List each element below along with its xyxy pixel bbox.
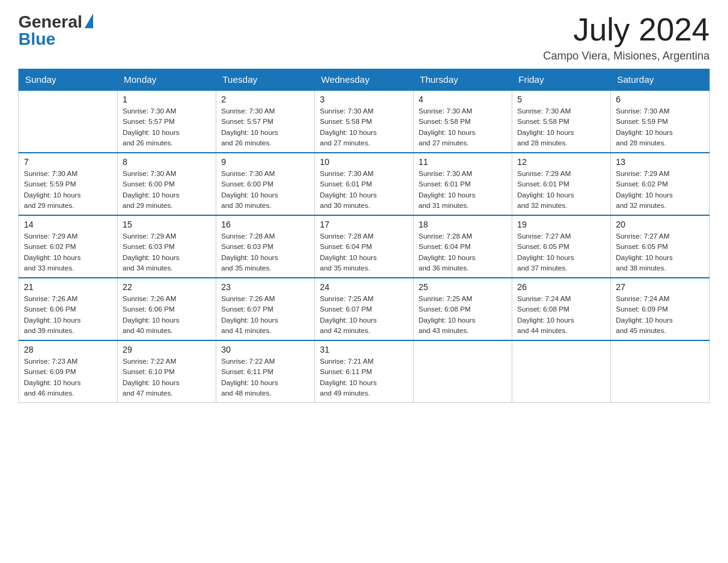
day-number: 8 xyxy=(123,157,211,167)
calendar-week-row: 21Sunrise: 7:26 AMSunset: 6:06 PMDayligh… xyxy=(19,278,710,340)
day-number: 28 xyxy=(24,345,112,354)
day-info: Sunrise: 7:30 AMSunset: 5:58 PMDaylight:… xyxy=(419,106,507,148)
calendar-cell: 23Sunrise: 7:26 AMSunset: 6:07 PMDayligh… xyxy=(216,278,315,340)
calendar-cell: 27Sunrise: 7:24 AMSunset: 6:09 PMDayligh… xyxy=(611,278,710,340)
calendar-cell: 7Sunrise: 7:30 AMSunset: 5:59 PMDaylight… xyxy=(19,153,118,215)
day-info: Sunrise: 7:30 AMSunset: 6:00 PMDaylight:… xyxy=(221,169,309,211)
day-number: 20 xyxy=(616,220,704,229)
logo-blue-text: Blue xyxy=(18,29,56,49)
day-info: Sunrise: 7:25 AMSunset: 6:08 PMDaylight:… xyxy=(419,294,507,336)
day-number: 4 xyxy=(419,94,507,104)
calendar-header-monday: Monday xyxy=(118,69,216,91)
day-number: 25 xyxy=(419,282,507,292)
calendar-cell: 22Sunrise: 7:26 AMSunset: 6:06 PMDayligh… xyxy=(118,278,216,340)
day-info: Sunrise: 7:30 AMSunset: 6:01 PMDaylight:… xyxy=(419,169,507,211)
calendar-cell: 21Sunrise: 7:26 AMSunset: 6:06 PMDayligh… xyxy=(19,278,118,340)
day-number: 24 xyxy=(320,282,408,292)
calendar-cell: 29Sunrise: 7:22 AMSunset: 6:10 PMDayligh… xyxy=(118,340,216,403)
day-number: 27 xyxy=(616,282,704,292)
calendar-cell: 10Sunrise: 7:30 AMSunset: 6:01 PMDayligh… xyxy=(315,153,414,215)
day-info: Sunrise: 7:28 AMSunset: 6:03 PMDaylight:… xyxy=(221,231,309,274)
page-header: General Blue July 2024 Campo Viera, Misi… xyxy=(18,12,710,63)
day-number: 19 xyxy=(517,220,605,229)
day-number: 6 xyxy=(616,94,704,104)
calendar-table: SundayMondayTuesdayWednesdayThursdayFrid… xyxy=(18,69,710,403)
day-number: 29 xyxy=(123,345,211,354)
calendar-cell xyxy=(512,340,611,403)
day-info: Sunrise: 7:26 AMSunset: 6:06 PMDaylight:… xyxy=(24,294,112,336)
calendar-cell: 16Sunrise: 7:28 AMSunset: 6:03 PMDayligh… xyxy=(216,215,315,278)
day-number: 3 xyxy=(320,94,408,104)
day-info: Sunrise: 7:30 AMSunset: 6:01 PMDaylight:… xyxy=(320,169,408,211)
day-number: 22 xyxy=(123,282,211,292)
calendar-header-tuesday: Tuesday xyxy=(216,69,315,91)
calendar-header-wednesday: Wednesday xyxy=(315,69,414,91)
day-info: Sunrise: 7:24 AMSunset: 6:08 PMDaylight:… xyxy=(517,294,605,336)
day-info: Sunrise: 7:30 AMSunset: 6:00 PMDaylight:… xyxy=(123,169,211,211)
day-number: 31 xyxy=(320,345,408,354)
day-number: 5 xyxy=(517,94,605,104)
month-year-title: July 2024 xyxy=(543,12,710,47)
day-info: Sunrise: 7:30 AMSunset: 5:59 PMDaylight:… xyxy=(24,169,112,211)
calendar-cell: 12Sunrise: 7:29 AMSunset: 6:01 PMDayligh… xyxy=(512,153,611,215)
day-number: 26 xyxy=(517,282,605,292)
day-info: Sunrise: 7:28 AMSunset: 6:04 PMDaylight:… xyxy=(419,231,507,274)
day-info: Sunrise: 7:23 AMSunset: 6:09 PMDaylight:… xyxy=(24,356,112,399)
day-info: Sunrise: 7:30 AMSunset: 5:57 PMDaylight:… xyxy=(221,106,309,148)
day-info: Sunrise: 7:30 AMSunset: 5:57 PMDaylight:… xyxy=(123,106,211,148)
day-number: 1 xyxy=(123,94,211,104)
day-info: Sunrise: 7:29 AMSunset: 6:02 PMDaylight:… xyxy=(616,169,704,211)
calendar-cell: 9Sunrise: 7:30 AMSunset: 6:00 PMDaylight… xyxy=(216,153,315,215)
day-number: 7 xyxy=(24,157,112,167)
day-number: 23 xyxy=(221,282,309,292)
day-info: Sunrise: 7:30 AMSunset: 5:58 PMDaylight:… xyxy=(517,106,605,148)
day-info: Sunrise: 7:22 AMSunset: 6:11 PMDaylight:… xyxy=(221,356,309,399)
day-info: Sunrise: 7:21 AMSunset: 6:11 PMDaylight:… xyxy=(320,356,408,399)
calendar-cell: 26Sunrise: 7:24 AMSunset: 6:08 PMDayligh… xyxy=(512,278,611,340)
day-info: Sunrise: 7:26 AMSunset: 6:06 PMDaylight:… xyxy=(123,294,211,336)
calendar-header-sunday: Sunday xyxy=(19,69,118,91)
day-number: 15 xyxy=(123,220,211,229)
calendar-cell: 11Sunrise: 7:30 AMSunset: 6:01 PMDayligh… xyxy=(414,153,512,215)
calendar-cell: 13Sunrise: 7:29 AMSunset: 6:02 PMDayligh… xyxy=(611,153,710,215)
day-info: Sunrise: 7:29 AMSunset: 6:03 PMDaylight:… xyxy=(123,231,211,274)
calendar-cell: 25Sunrise: 7:25 AMSunset: 6:08 PMDayligh… xyxy=(414,278,512,340)
day-info: Sunrise: 7:25 AMSunset: 6:07 PMDaylight:… xyxy=(320,294,408,336)
calendar-header-row: SundayMondayTuesdayWednesdayThursdayFrid… xyxy=(19,69,710,91)
calendar-cell: 3Sunrise: 7:30 AMSunset: 5:58 PMDaylight… xyxy=(315,90,414,153)
calendar-cell: 1Sunrise: 7:30 AMSunset: 5:57 PMDaylight… xyxy=(118,90,216,153)
calendar-cell: 17Sunrise: 7:28 AMSunset: 6:04 PMDayligh… xyxy=(315,215,414,278)
day-number: 14 xyxy=(24,220,112,229)
day-info: Sunrise: 7:29 AMSunset: 6:02 PMDaylight:… xyxy=(24,231,112,274)
calendar-header-saturday: Saturday xyxy=(611,69,710,91)
calendar-cell xyxy=(19,90,118,153)
calendar-cell: 28Sunrise: 7:23 AMSunset: 6:09 PMDayligh… xyxy=(19,340,118,403)
day-info: Sunrise: 7:30 AMSunset: 5:58 PMDaylight:… xyxy=(320,106,408,148)
logo-triangle-icon xyxy=(85,13,93,28)
day-number: 18 xyxy=(419,220,507,229)
day-number: 11 xyxy=(419,157,507,167)
day-info: Sunrise: 7:24 AMSunset: 6:09 PMDaylight:… xyxy=(616,294,704,336)
calendar-cell: 18Sunrise: 7:28 AMSunset: 6:04 PMDayligh… xyxy=(414,215,512,278)
day-info: Sunrise: 7:28 AMSunset: 6:04 PMDaylight:… xyxy=(320,231,408,274)
calendar-header-thursday: Thursday xyxy=(414,69,512,91)
day-number: 12 xyxy=(517,157,605,167)
calendar-cell: 30Sunrise: 7:22 AMSunset: 6:11 PMDayligh… xyxy=(216,340,315,403)
calendar-cell: 14Sunrise: 7:29 AMSunset: 6:02 PMDayligh… xyxy=(19,215,118,278)
day-info: Sunrise: 7:27 AMSunset: 6:05 PMDaylight:… xyxy=(616,231,704,274)
day-number: 13 xyxy=(616,157,704,167)
calendar-cell: 19Sunrise: 7:27 AMSunset: 6:05 PMDayligh… xyxy=(512,215,611,278)
calendar-cell: 24Sunrise: 7:25 AMSunset: 6:07 PMDayligh… xyxy=(315,278,414,340)
calendar-week-row: 7Sunrise: 7:30 AMSunset: 5:59 PMDaylight… xyxy=(19,153,710,215)
calendar-cell: 8Sunrise: 7:30 AMSunset: 6:00 PMDaylight… xyxy=(118,153,216,215)
calendar-header-friday: Friday xyxy=(512,69,611,91)
day-number: 9 xyxy=(221,157,309,167)
day-number: 21 xyxy=(24,282,112,292)
day-number: 17 xyxy=(320,220,408,229)
day-info: Sunrise: 7:30 AMSunset: 5:59 PMDaylight:… xyxy=(616,106,704,148)
day-info: Sunrise: 7:29 AMSunset: 6:01 PMDaylight:… xyxy=(517,169,605,211)
calendar-week-row: 1Sunrise: 7:30 AMSunset: 5:57 PMDaylight… xyxy=(19,90,710,153)
calendar-cell: 2Sunrise: 7:30 AMSunset: 5:57 PMDaylight… xyxy=(216,90,315,153)
calendar-cell: 6Sunrise: 7:30 AMSunset: 5:59 PMDaylight… xyxy=(611,90,710,153)
location-subtitle: Campo Viera, Misiones, Argentina xyxy=(543,50,710,63)
